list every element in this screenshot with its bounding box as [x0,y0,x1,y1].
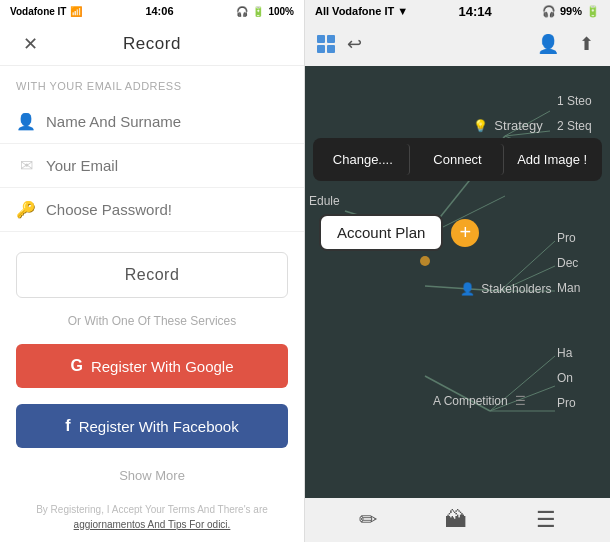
ha-label: Ha [557,346,572,360]
wifi-icon: 📶 [70,6,82,17]
share-button[interactable]: ⬆ [575,29,598,59]
man-node[interactable]: Man [557,281,580,295]
battery-text: 99% [560,5,582,17]
grid-cell-4 [327,45,335,53]
facebook-label: Register With Facebook [79,418,239,435]
right-status-icons: 🎧 99% 🔋 [542,5,600,18]
pencil-button[interactable]: ✏ [359,507,377,533]
carrier-text: All Vodafone IT [315,5,394,17]
strategy-icon: 💡 [473,119,488,133]
toolbar-left: ↩ [317,29,366,59]
step1-node[interactable]: 1 Steo [557,94,592,108]
left-panel: Vodafone IT 📶 14:06 🎧 🔋 100% ✕ Record WI… [0,0,305,542]
ha-node[interactable]: Ha [557,346,572,360]
stakeholders-node[interactable]: 👤 Stakeholders [460,282,551,296]
action-toolbar: Change.... Connect Add Image ! [313,138,602,181]
google-icon: G [70,357,82,375]
status-bar-left: Vodafone IT 📶 14:06 🎧 🔋 100% [0,0,304,22]
lock-icon: 🔑 [16,200,36,219]
step2-node[interactable]: 2 Steq [557,119,592,133]
undo-button[interactable]: ↩ [343,29,366,59]
dec-node[interactable]: Dec [557,256,578,270]
bottom-toolbar: ✏ 🏔 ☰ [305,498,610,542]
terms-link[interactable]: aggiornamentos And Tips For odici. [74,519,231,530]
grid-cell-1 [317,35,325,43]
change-button[interactable]: Change.... [317,144,410,175]
email-row: ✉ [0,144,304,188]
person-icon: 👤 [16,112,36,131]
svg-point-14 [420,256,430,266]
step1-label: 1 Steo [557,94,592,108]
left-status-icons: 🎧 🔋 100% [236,6,294,17]
map-canvas: Change.... Connect Add Image ! Account P… [305,66,610,498]
stakeholders-icon: 👤 [460,282,475,296]
or-divider: Or With One Of These Services [0,298,304,336]
right-carrier: All Vodafone IT ▼ [315,5,408,17]
left-time: 14:06 [145,5,173,17]
stakeholders-label: Stakeholders [481,282,551,296]
man-label: Man [557,281,580,295]
facebook-register-button[interactable]: f Register With Facebook [16,404,288,448]
password-row: 🔑 [0,188,304,232]
add-node-button[interactable]: + [451,219,479,247]
record-button[interactable]: Record [16,252,288,298]
right-time: 14:14 [458,4,491,19]
on-label: On [557,371,573,385]
battery-icon: 🔋 [252,6,264,17]
menu-lines-icon: ☰ [515,394,526,408]
status-bar-right: All Vodafone IT ▼ 14:14 🎧 99% 🔋 [305,0,610,22]
connect-button[interactable]: Connect [412,144,505,175]
google-label: Register With Google [91,358,234,375]
terms-main: By Registering, I Accept Your Terms And … [36,504,268,515]
menu-button[interactable]: ☰ [536,507,556,533]
name-input[interactable] [46,113,288,130]
facebook-icon: f [65,417,70,435]
pro2-label: Pro [557,396,576,410]
section-label: WITH YOUR EMAIL ADDRESS [0,66,304,100]
strategy-label: Strategy [494,118,542,133]
competition-node[interactable]: A Competition ☰ [433,394,526,408]
grid-icon[interactable] [317,35,335,53]
header-title: Record [123,34,181,54]
image-button[interactable]: 🏔 [445,507,467,533]
header-bar: ✕ Record [0,22,304,66]
carrier-text: Vodafone IT [10,6,66,17]
show-more-button[interactable]: Show More [0,456,304,495]
pro2-node[interactable]: Pro [557,396,576,410]
pro1-node[interactable]: Pro [557,231,576,245]
battery-icon: 🔋 [586,5,600,18]
competition-label: A Competition [433,394,508,408]
top-toolbar: ↩ 👤 ⬆ [305,22,610,66]
battery-text: 100% [268,6,294,17]
password-input[interactable] [46,201,288,218]
step2-label: 2 Steq [557,119,592,133]
grid-cell-2 [327,35,335,43]
account-plan-box[interactable]: Account Plan [319,214,443,251]
add-image-button[interactable]: Add Image ! [506,144,598,175]
pro1-label: Pro [557,231,576,245]
terms-text: By Registering, I Accept Your Terms And … [0,502,304,532]
edule-node[interactable]: Edule [309,194,340,208]
right-panel: All Vodafone IT ▼ 14:14 🎧 99% 🔋 ↩ 👤 ⬆ [305,0,610,542]
toolbar-right: 👤 ⬆ [533,29,598,59]
edule-label: Edule [309,194,340,208]
strategy-node[interactable]: 💡 Strategy [473,118,543,133]
bluetooth-icon: 🎧 [236,6,248,17]
wifi-icon: ▼ [397,5,408,17]
add-person-button[interactable]: 👤 [533,29,563,59]
grid-cell-3 [317,45,325,53]
google-register-button[interactable]: G Register With Google [16,344,288,388]
bluetooth-icon: 🎧 [542,5,556,18]
name-row: 👤 [0,100,304,144]
dec-label: Dec [557,256,578,270]
email-icon: ✉ [16,156,36,175]
email-input[interactable] [46,157,288,174]
close-button[interactable]: ✕ [16,30,44,58]
on-node[interactable]: On [557,371,573,385]
left-carrier: Vodafone IT 📶 [10,6,82,17]
account-plan-node: Account Plan + [319,214,479,251]
